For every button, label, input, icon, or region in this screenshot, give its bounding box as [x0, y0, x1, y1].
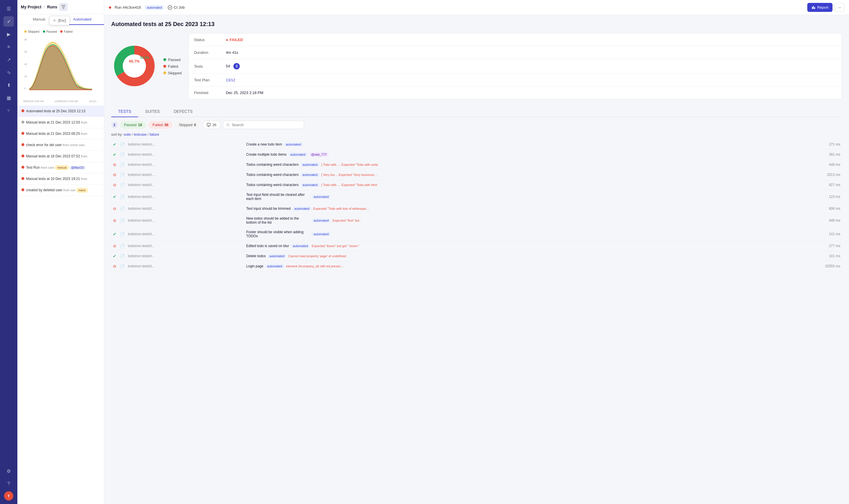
run-status-dot [21, 143, 24, 146]
donut-legend: Passed Failed Skipped [163, 58, 181, 75]
tag-auto: automated [312, 218, 331, 222]
table-row[interactable]: ✔ 📄 todomvc-tests/t... Create multiple t… [111, 149, 842, 160]
run-item-5[interactable]: Test Run from cars manual @MacOS [17, 162, 104, 173]
tag-auto: automated [267, 254, 287, 258]
check-icon[interactable]: ✓ [3, 16, 14, 26]
table-row[interactable]: ⊖ 📄 todomvc-tests/t... Edited todo is sa… [111, 241, 842, 251]
fail-icon: ⊖ [113, 206, 116, 211]
run-item-0[interactable]: Automated tests at 25 Dec 2023 12:13 [17, 106, 104, 117]
filter-failed[interactable]: Failed 36 [149, 121, 173, 129]
table-row[interactable]: ✔ 📄 todomvc-tests/t... Text input field … [111, 190, 842, 204]
list-icon[interactable]: ≡ [3, 42, 14, 52]
run-item-2[interactable]: Manual tests at 21 Dec 2023 08:25 from [17, 128, 104, 140]
error-snippet: [ Todo with … Expected "Todo with html [322, 183, 377, 186]
duration: 101 ms [770, 251, 842, 261]
search-icon [226, 123, 230, 127]
svg-rect-8 [814, 7, 815, 9]
stat-value-duration: 4m 41s [226, 50, 238, 55]
table-row[interactable]: ⊖ 📄 todomvc-tests/t... New todos should … [111, 214, 842, 228]
filter-button[interactable] [59, 3, 68, 11]
play-icon[interactable]: ▶ [3, 29, 14, 39]
bar-chart-icon[interactable]: ▦ [3, 93, 14, 103]
sort-failure-link[interactable]: failure [150, 132, 159, 137]
table-row[interactable]: ⊖ 📄 todomvc-tests/t... Text input should… [111, 204, 842, 214]
table-row[interactable]: ⊖ 📄 todomvc-tests/t... Todos containing … [111, 180, 842, 190]
pass-icon: ✔ [113, 254, 116, 258]
chat-count-button[interactable]: 36 [203, 121, 221, 129]
table-row[interactable]: ⊖ 📄 todomvc-tests/t... Todos containing … [111, 170, 842, 180]
breadcrumb-sep: / [44, 5, 45, 9]
activity-icon[interactable]: ∿ [3, 67, 14, 77]
run-item-3[interactable]: check error for del user from some cars [17, 140, 104, 151]
settings-icon[interactable]: ⚙ [3, 466, 14, 476]
table-row[interactable]: ⊖ 📄 todomvc-tests/t... Todos containing … [111, 160, 842, 170]
run-status-dot [21, 166, 24, 169]
duration: 449 ms [770, 160, 842, 170]
table-row[interactable]: ⊖ 📄 todomvc-tests/t... Login page automa… [111, 261, 842, 271]
filter-popup-close[interactable]: ✕ [53, 19, 56, 22]
trending-icon[interactable]: ↗ [3, 54, 14, 65]
svg-text:80: 80 [24, 38, 27, 41]
run-item-7[interactable]: created by deleted user from sss manu [17, 185, 104, 196]
test-name: Edited todo is saved on blur [246, 244, 289, 248]
filter-skipped[interactable]: Skipped 0 [175, 121, 200, 129]
tab-defects[interactable]: DEFECTS [167, 106, 200, 117]
tag-auto: automated [300, 173, 320, 177]
svg-text:66.7%: 66.7% [129, 59, 140, 64]
file-icon-cell: 📄 [118, 140, 126, 149]
tab-suites[interactable]: SUITES [138, 106, 167, 117]
stat-label-duration: Duration [194, 50, 226, 55]
run-status-dot [21, 188, 24, 191]
test-table: ✔ 📄 todomvc-tests/c... Create a new todo… [111, 140, 842, 271]
hamburger-icon[interactable]: ☰ [3, 3, 14, 14]
run-tag: @MacOS [69, 166, 86, 169]
status-cell: ⊖ [111, 261, 118, 271]
status-cell: ⊖ [111, 170, 118, 180]
ci-job-label: CI Job [168, 5, 185, 10]
avatar[interactable]: T [4, 491, 13, 501]
testplan-link[interactable]: 13/12 [226, 78, 236, 82]
run-status-dot [21, 177, 24, 180]
fail-icon: ⊖ [113, 162, 116, 167]
run-item-1[interactable]: Manual tests at 21 Dec 2023 12:03 from [17, 117, 104, 128]
legend-item-skipped: Skipped [163, 71, 181, 75]
search-input[interactable] [232, 123, 301, 127]
run-item-6[interactable]: Manual tests at 10 Dec 2023 19:21 from [17, 173, 104, 185]
table-row[interactable]: ✔ 📄 todomvc-tests/c... Create a new todo… [111, 140, 842, 149]
status-cell: ⊖ [111, 241, 118, 251]
sort-testcase-link[interactable]: testcase [134, 132, 147, 137]
status-cell: ✔ [111, 190, 118, 204]
file-icon-cell: 📄 [118, 190, 126, 204]
tag-auto: automated [300, 163, 320, 167]
suite-path: todomvc-tests/t... [126, 204, 244, 214]
filter-passed[interactable]: Passed 18 [120, 121, 146, 129]
run-item-4[interactable]: Manual tests at 18 Dec 2023 07:52 from [17, 151, 104, 162]
stat-value-tests: 54 3 [226, 63, 240, 69]
legend-failed: Failed [60, 30, 72, 33]
table-row[interactable]: ✔ 📄 todomvc-tests/t... Footer should be … [111, 228, 842, 241]
stat-label-finished: Finished [194, 91, 226, 95]
status-cell: ✔ [111, 228, 118, 241]
overview-grid: 66.7% 33.3% Passed Failed Ski [111, 33, 842, 99]
run-badge-pill: automated [144, 5, 164, 10]
report-button[interactable]: Report [807, 3, 832, 12]
tag-auto: automated [312, 232, 331, 236]
table-row[interactable]: ✔ 📄 todomvc-tests/t... Delete todos auto… [111, 251, 842, 261]
branch-icon[interactable]: ⑂ [3, 105, 14, 116]
passed-label: Passed [124, 123, 136, 127]
suite-path: todomvc-tests/t... [126, 160, 244, 170]
filter-bar: 2 Passed 18 Failed 36 Skipped 0 36 [111, 121, 842, 129]
import-icon[interactable]: ⬆ [3, 80, 14, 90]
legend-item-passed: Passed [163, 58, 181, 62]
run-id: Run #4c3ce416 [115, 5, 141, 10]
sort-suite-link[interactable]: suite [124, 132, 131, 137]
tab-tests[interactable]: TESTS [111, 106, 138, 117]
filter-popup-label: [Esc] [58, 19, 66, 22]
more-button[interactable]: ··· [835, 3, 844, 12]
help-icon[interactable]: ? [3, 479, 14, 489]
run-status-dot [21, 109, 24, 112]
stat-value-status: ● FAILED [226, 38, 243, 42]
project-title: My Project [21, 5, 41, 9]
duration: 391 ms [770, 149, 842, 160]
tag-user: @stat_777 [309, 152, 329, 157]
